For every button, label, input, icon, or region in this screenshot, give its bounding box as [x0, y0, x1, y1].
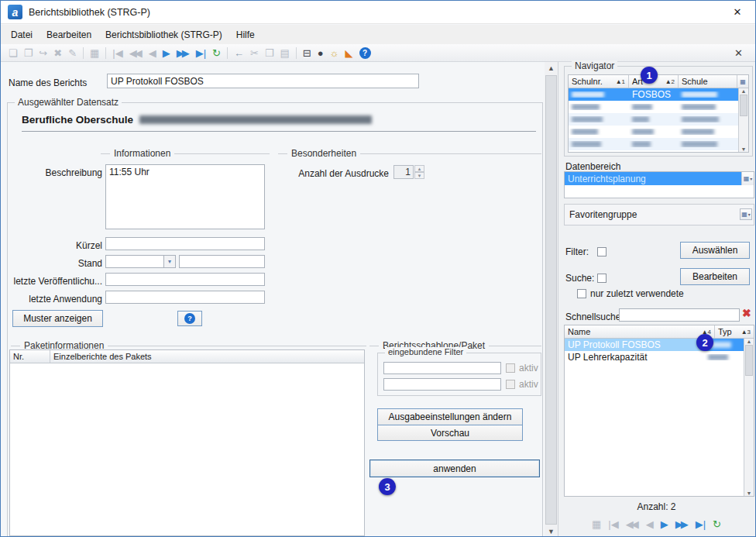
muster-anzeigen-button[interactable]: Muster anzeigen	[12, 310, 103, 327]
table-config-icon[interactable]: ▦▾	[740, 208, 752, 220]
filter-2-input[interactable]	[383, 378, 501, 391]
previous-record-icon[interactable]: ◀	[646, 519, 654, 529]
school-row[interactable]	[569, 101, 738, 113]
ausgabeeinstellungen-button[interactable]: Ausgabeeinstellungen ändern	[377, 408, 523, 425]
copy-icon[interactable]: ❒	[265, 48, 274, 58]
scroll-up-icon[interactable]: ▲	[741, 88, 747, 94]
paket-col-einzelberichte[interactable]: Einzelberichte des Pakets	[50, 350, 364, 363]
print-icon[interactable]: ⊟	[303, 48, 311, 58]
col-name[interactable]: Name ▲4	[565, 325, 715, 338]
filter-2-aktiv-checkbox[interactable]	[506, 380, 515, 389]
school-row[interactable]	[569, 126, 738, 138]
report-row[interactable]: UP Lehrerkapazität	[565, 351, 744, 363]
annotation-badge-1: 1	[641, 67, 658, 84]
megaphone-icon[interactable]: ◣	[345, 48, 353, 58]
undo-icon[interactable]: ↪	[39, 48, 47, 58]
school-row[interactable]	[569, 138, 738, 150]
stand-combo[interactable]: ▾	[105, 255, 176, 268]
scroll-up-icon[interactable]: ▲	[545, 62, 558, 74]
school-row[interactable]	[569, 113, 738, 126]
fast-previous-icon[interactable]: ◀◀	[129, 48, 143, 58]
spinner-up-icon[interactable]: ▲	[414, 165, 424, 172]
menu-datei[interactable]: Datei	[4, 27, 40, 43]
redacted-text	[632, 116, 649, 122]
datenbereich-selected-item[interactable]: Unterrichtsplanung	[565, 172, 741, 185]
clear-search-icon[interactable]: ✖	[742, 307, 751, 319]
redacted-text	[682, 116, 719, 122]
chevron-down-icon[interactable]: ▾	[164, 255, 176, 268]
fast-next-icon[interactable]: ▶▶	[675, 519, 689, 529]
delete-icon[interactable]: ✖	[53, 48, 62, 58]
datenbereich-label: Datenbereich	[565, 161, 620, 172]
filter-1-aktiv-label: aktiv	[519, 363, 538, 373]
suche-checkbox[interactable]	[597, 274, 607, 283]
scrollbar-thumb[interactable]	[740, 95, 747, 116]
bearbeiten-button[interactable]: Bearbeiten	[680, 268, 750, 285]
save-icon[interactable]: ❐	[24, 48, 33, 58]
stand-input-2[interactable]	[179, 255, 265, 268]
back-icon[interactable]: ←	[234, 48, 244, 58]
last-record-icon[interactable]: ▶|	[696, 519, 706, 529]
anzahl-ausdrucke-stepper[interactable]: 1 ▲ ▼	[393, 165, 424, 179]
col-schulnr[interactable]: Schulnr. ▲1	[569, 75, 629, 88]
nur-zuletzt-checkbox[interactable]	[577, 289, 586, 298]
refresh-icon[interactable]: ↻	[713, 519, 721, 529]
schools-table-scrollbar[interactable]: ▲ ▼	[738, 88, 748, 152]
toolbar-close-icon[interactable]: ✕	[734, 47, 743, 59]
report-row-selected[interactable]: UP Protokoll FOSBOS	[565, 339, 744, 351]
filter-1-input[interactable]	[383, 362, 501, 374]
redacted-text	[682, 104, 716, 110]
paket-col-nr[interactable]: Nr.	[10, 350, 50, 363]
table-config-icon[interactable]: ▦	[737, 75, 748, 88]
auswaehlen-button[interactable]: Auswählen	[680, 242, 750, 259]
fast-previous-icon[interactable]: ◀◀	[626, 519, 639, 529]
refresh-icon[interactable]: ↻	[212, 48, 221, 58]
comment-icon[interactable]: ●	[318, 48, 324, 58]
next-record-icon[interactable]: ▶	[163, 48, 170, 58]
help-icon[interactable]: ?	[359, 47, 371, 59]
last-record-icon[interactable]: ▶|	[196, 48, 206, 58]
beschreibung-textarea[interactable]: 11:55 Uhr	[105, 164, 265, 229]
reports-table-scrollbar[interactable]: ▲ ▼	[744, 339, 754, 496]
vorschau-button[interactable]: Vorschau	[377, 425, 523, 441]
hilfe-button[interactable]: ?	[177, 311, 202, 326]
report-name-input[interactable]: UP Protokoll FOSBOS	[107, 74, 419, 88]
spinner-down-icon[interactable]: ▼	[414, 172, 424, 179]
paste-icon[interactable]: ▤	[280, 48, 290, 58]
menu-bearbeiten[interactable]: Bearbeiten	[40, 27, 98, 43]
letzte-anwendung-input[interactable]	[105, 291, 265, 304]
school-row-selected[interactable]: FOSBOS	[569, 88, 738, 101]
schnellsuche-input[interactable]	[619, 308, 740, 322]
menu-hilfe[interactable]: Hilfe	[229, 27, 262, 43]
filter-checkbox[interactable]	[597, 247, 607, 256]
datasets-icon[interactable]: ▦	[592, 519, 601, 529]
next-record-icon[interactable]: ▶	[661, 519, 668, 529]
stand-input[interactable]	[105, 255, 164, 268]
scroll-down-icon[interactable]: ▼	[747, 491, 752, 496]
menu-berichtsbibliothek[interactable]: Berichtsbibliothek (STRG-P)	[98, 27, 229, 43]
edit-icon[interactable]: ✎	[68, 48, 77, 58]
col-schule[interactable]: Schule	[679, 75, 737, 88]
table-config-icon[interactable]: ▦▾	[741, 172, 754, 185]
kuerzel-input[interactable]	[105, 237, 265, 250]
letzte-veroeffentlichung-input[interactable]	[105, 273, 265, 286]
datasets-icon[interactable]: ▦	[90, 48, 99, 58]
sort-indicator: ▲2	[665, 78, 675, 85]
window-close-button[interactable]: ✕	[720, 1, 755, 23]
fast-next-icon[interactable]: ▶▶	[177, 48, 190, 58]
scroll-up-icon[interactable]: ▲	[747, 339, 752, 344]
cut-icon[interactable]: ✂	[250, 48, 259, 58]
scroll-down-icon[interactable]: ▼	[741, 146, 747, 152]
bulb-icon[interactable]: ☼	[330, 48, 339, 58]
new-icon[interactable]: ❏	[9, 48, 18, 58]
scrollbar-thumb[interactable]	[545, 75, 557, 525]
first-record-icon[interactable]: |◀	[608, 519, 618, 529]
first-record-icon[interactable]: |◀	[112, 48, 122, 58]
scrollbar-thumb[interactable]	[745, 345, 753, 376]
previous-record-icon[interactable]: ◀	[149, 48, 156, 58]
scroll-down-icon[interactable]: ▼	[545, 525, 558, 537]
record-count: Anzahl: 2	[558, 501, 754, 512]
anwenden-button[interactable]: anwenden	[369, 460, 540, 477]
col-typ[interactable]: Typ ▲3	[715, 325, 754, 338]
filter-1-aktiv-checkbox[interactable]	[506, 363, 515, 373]
